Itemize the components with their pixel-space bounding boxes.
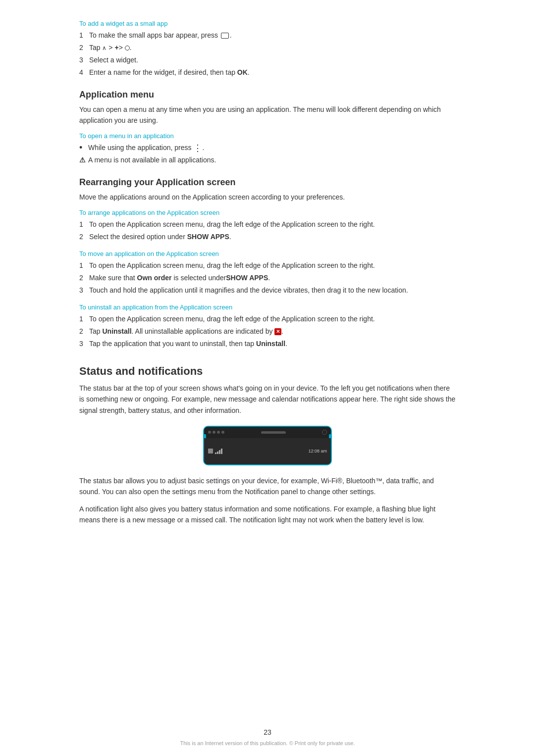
uninstall-steps-list: 1 To open the Application screen menu, d…	[79, 314, 456, 349]
signal-bar-3	[219, 450, 220, 454]
status-bar-bottom-row: 12:08 am	[204, 438, 331, 464]
move-step-1: 1 To open the Application screen menu, d…	[79, 260, 456, 271]
uninstall-step-3: 3 Tap the application that you want to u…	[79, 339, 456, 349]
signal-bars	[215, 448, 222, 454]
open-menu-heading: To open a menu in an application	[79, 132, 456, 140]
arrange-steps-list: 1 To open the Application screen menu, d…	[79, 219, 456, 242]
rearranging-body: Move the applications around on the Appl…	[79, 192, 456, 202]
status-bar-line	[261, 431, 286, 434]
status-bar-image: 12:08 am	[79, 426, 456, 465]
status-dot-3	[217, 431, 220, 434]
footer-text: This is an Internet version of this publ…	[180, 740, 355, 746]
widget-section-heading: To add a widget as a small app	[79, 20, 456, 27]
move-heading: To move an application on the Applicatio…	[79, 250, 456, 257]
page-container: To add a widget as a small app 1 To make…	[0, 0, 535, 756]
page-number: 23	[264, 728, 271, 736]
application-menu-title: Application menu	[79, 90, 456, 100]
widget-step-3: 3 Select a widget.	[79, 55, 456, 65]
uninstall-step-1: 1 To open the Application screen menu, d…	[79, 314, 456, 324]
signal-bar-1	[215, 453, 216, 454]
status-bar-top-row	[204, 427, 331, 438]
application-menu-body: You can open a menu at any time when you…	[79, 104, 456, 126]
arrange-heading: To arrange applications on the Applicati…	[79, 209, 456, 216]
uninstall-x-icon: ✕	[274, 328, 281, 335]
status-dot-1	[208, 431, 211, 434]
move-step-3: 3 Touch and hold the application until i…	[79, 285, 456, 296]
status-bar-time: 12:08 am	[308, 449, 327, 454]
uninstall-heading: To uninstall an application from the App…	[79, 303, 456, 311]
widget-step-4: 4 Enter a name for the widget, if desire…	[79, 67, 456, 78]
open-menu-bullets: • While using the application, press ⋮. …	[79, 143, 456, 166]
status-dot-2	[213, 431, 215, 434]
widget-steps-list: 1 To make the small apps bar appear, pre…	[79, 30, 456, 78]
rearranging-title: Rearranging your Application screen	[79, 177, 456, 188]
move-step-2: 2 Make sure that Own order is selected u…	[79, 273, 456, 283]
open-menu-bullet-1: • While using the application, press ⋮.	[79, 143, 456, 153]
status-bar-mockup: 12:08 am	[203, 426, 332, 465]
status-notifications-title: Status and notifications	[79, 365, 456, 378]
status-notifications-body2: The status bar allows you to adjust basi…	[79, 475, 456, 498]
status-bar-dots	[208, 431, 224, 434]
widget-step-1: 1 To make the small apps bar appear, pre…	[79, 30, 456, 41]
signal-bar-2	[217, 452, 218, 454]
notification-icon	[208, 449, 213, 454]
widget-step-2: 2 Tap ∧ > +> .	[79, 43, 456, 53]
status-dot-4	[221, 431, 224, 434]
status-notifications-body1: The status bar at the top of your screen…	[79, 383, 456, 416]
arrange-step-2: 2 Select the desired option under SHOW A…	[79, 232, 456, 242]
status-bar-circle	[322, 430, 327, 435]
move-steps-list: 1 To open the Application screen menu, d…	[79, 260, 456, 296]
signal-bar-4	[221, 449, 222, 454]
status-notifications-body3: A notification light also gives you batt…	[79, 504, 456, 526]
open-menu-note: ⚠ A menu is not available in all applica…	[79, 155, 456, 165]
uninstall-step-2: 2 Tap Uninstall. All uninstallable appli…	[79, 326, 456, 337]
arrange-step-1: 1 To open the Application screen menu, d…	[79, 219, 456, 230]
